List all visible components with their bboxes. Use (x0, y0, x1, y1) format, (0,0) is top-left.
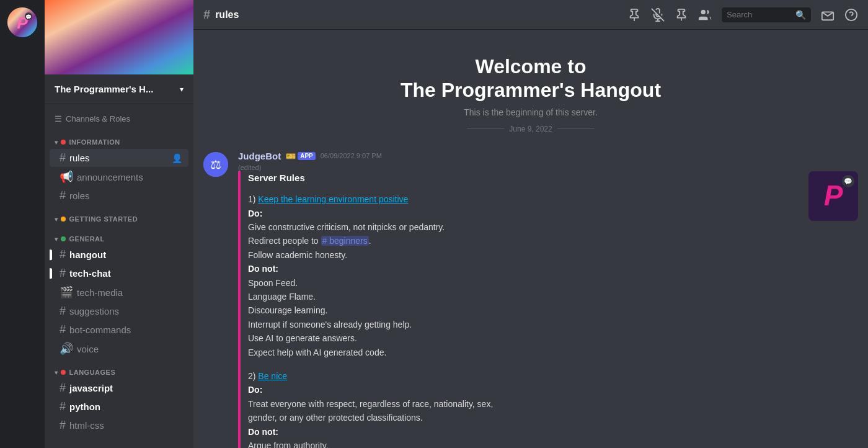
rule-1-link[interactable]: Keep the learning environment positive (258, 194, 408, 204)
chevron-down-icon: ▾ (55, 139, 58, 146)
rule-2-number: 2) (248, 371, 255, 381)
message-group: ⚖ JudgeBot 🎫 APP 06/09/2022 9:07 PM (edi… (193, 146, 868, 448)
message-header: JudgeBot 🎫 APP 06/09/2022 9:07 PM (238, 151, 858, 161)
chevron-down-icon-lang: ▾ (55, 369, 58, 376)
channel-mention-beginners[interactable]: # beginners (321, 236, 369, 246)
category-information[interactable]: ▾ INFORMATION (45, 128, 193, 148)
rule-2-header: 2) Be nice (248, 369, 799, 383)
message-body: JudgeBot 🎫 APP 06/09/2022 9:07 PM (edite… (238, 151, 858, 448)
welcome-subtitle: This is the beginning of this server. (206, 107, 856, 117)
category-languages-label: LANGUAGES (69, 369, 116, 376)
category-getting-started-label: GETTING STARTED (69, 215, 138, 223)
members-icon[interactable] (698, 8, 712, 22)
channel-item-roles[interactable]: # roles (50, 187, 188, 205)
svg-text:⚖: ⚖ (210, 158, 221, 171)
hash-icon-roles: # (60, 189, 66, 202)
help-icon[interactable] (844, 8, 858, 22)
welcome-title-line1: Welcome to (206, 55, 856, 78)
message-content: Server Rules 1) Keep the learning enviro… (238, 171, 858, 448)
channel-name-hangout: hangout (69, 249, 184, 260)
mute-icon[interactable] (651, 8, 665, 22)
welcome-title: Welcome to The Programmer's Hangout (206, 55, 856, 102)
channels-roles-header[interactable]: ☰ Channels & Roles (45, 109, 193, 128)
channel-item-python[interactable]: # python (50, 398, 188, 416)
media-icon: 🎬 (60, 285, 73, 299)
channel-item-bot-commands[interactable]: # bot-commands (50, 321, 188, 339)
top-bar-channel: # rules (203, 7, 239, 22)
channel-item-hangout[interactable]: # hangout (50, 246, 188, 264)
channel-name-rules: rules (69, 153, 170, 163)
server-thumbnail: P 💬 (808, 171, 858, 221)
message-edited: (edited) (238, 164, 858, 171)
category-information-label: INFORMATION (69, 138, 120, 146)
channels-list: ☰ Channels & Roles ▾ INFORMATION # rules… (45, 104, 193, 448)
channel-name-announcements: announcements (77, 172, 184, 182)
channel-item-announcements[interactable]: 📢 announcements (50, 168, 188, 186)
rule-1-number: 1) (248, 194, 255, 204)
search-icon: 🔍 (795, 10, 806, 20)
category-general-label: GENERAL (69, 235, 105, 243)
welcome-date: June 9, 2022 (206, 125, 856, 133)
hash-icon-js: # (60, 382, 66, 395)
channels-roles-label: Channels & Roles (66, 114, 130, 123)
main-content: # rules (193, 0, 868, 448)
channel-item-tech-media[interactable]: 🎬 tech-media (50, 283, 188, 302)
rule-2-do-label: Do: (248, 383, 799, 396)
welcome-title-server: The Programmer's Hangout (206, 78, 856, 102)
svg-rect-4 (45, 0, 193, 74)
chevron-right-icon: ▾ (55, 216, 58, 223)
channel-item-rules[interactable]: # rules 👤 (50, 149, 188, 167)
channel-item-suggestions[interactable]: # suggestions (50, 302, 188, 320)
channel-item-tech-chat[interactable]: # tech-chat (50, 264, 188, 282)
chevron-down-icon-general: ▾ (55, 236, 58, 243)
rule-1-section: 1) Keep the learning environment positiv… (248, 192, 799, 359)
app-badge: APP (298, 152, 316, 160)
bot-logo: 🎫 (286, 151, 296, 161)
messages-area[interactable]: Welcome to The Programmer's Hangout This… (193, 30, 868, 448)
channel-item-javascript[interactable]: # javascript (50, 379, 188, 397)
add-member-icon[interactable]: 👤 (170, 152, 184, 164)
channel-name-tech-chat: tech-chat (69, 268, 184, 279)
hash-icon-hangout: # (60, 248, 66, 261)
channel-name-javascript: javascript (69, 383, 184, 393)
server-icon[interactable]: P 💬 (7, 7, 37, 37)
rule-2-do-items: Treat everyone with respect, regardless … (248, 397, 799, 425)
server-banner (45, 0, 193, 74)
category-dot-lang (61, 370, 66, 375)
channel-hash-icon: # (203, 7, 210, 22)
svg-text:P: P (824, 179, 843, 212)
avatar: ⚖ (203, 152, 228, 177)
voice-icon: 🔊 (60, 342, 73, 356)
channel-name-tech-media: tech-media (77, 287, 184, 298)
server-header[interactable]: The Programmer's H... ▾ (45, 74, 193, 104)
server-icon-bar: P 💬 (0, 0, 45, 448)
hash-icon-suggestions: # (60, 305, 66, 318)
category-getting-started[interactable]: ▾ GETTING STARTED (45, 205, 193, 225)
svg-text:💬: 💬 (25, 14, 32, 20)
category-languages[interactable]: ▾ LANGUAGES (45, 359, 193, 379)
category-dot-gen (61, 236, 66, 241)
svg-point-10 (701, 9, 706, 14)
rules-title: Server Rules (248, 171, 799, 186)
category-general[interactable]: ▾ GENERAL (45, 225, 193, 245)
top-bar: # rules (193, 0, 868, 30)
pin-icon[interactable] (627, 8, 641, 22)
channel-item-html-css[interactable]: # html-css (50, 416, 188, 434)
svg-text:💬: 💬 (844, 177, 852, 186)
rule-1-do-items: Give constructive criticism, not nitpick… (248, 220, 799, 262)
search-input[interactable] (727, 10, 792, 19)
inbox-icon[interactable] (821, 8, 835, 22)
rule-2-section: 2) Be nice Do: Treat everyone with respe… (248, 369, 799, 448)
search-bar[interactable]: 🔍 (722, 7, 811, 22)
rule-1-do-label: Do: (248, 207, 799, 220)
channels-roles-icon: ☰ (55, 114, 62, 123)
rule-2-link[interactable]: Be nice (258, 371, 287, 381)
hash-icon-bot: # (60, 323, 66, 336)
message-author: JudgeBot (238, 151, 281, 161)
rules-embed: Server Rules 1) Keep the learning enviro… (238, 171, 799, 448)
mention-icon[interactable] (675, 8, 688, 22)
category-dot (61, 140, 66, 145)
channel-item-voice[interactable]: 🔊 voice (50, 339, 188, 358)
unread-bar (50, 249, 52, 260)
channel-name-voice: voice (77, 344, 184, 354)
